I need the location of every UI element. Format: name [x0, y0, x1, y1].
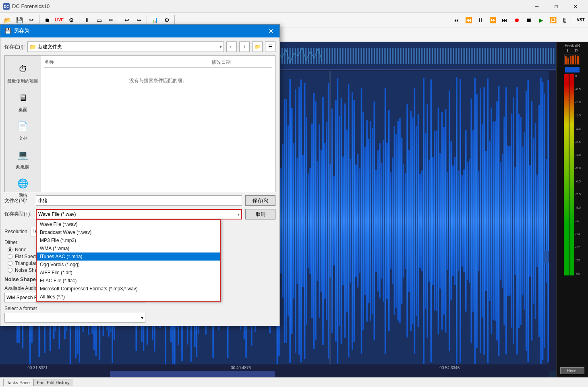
- status-bar: Tasks Pane Fast Edit History: [0, 377, 588, 387]
- meter-scale: 0 -0.5 -1.0 -1.5 -2.5 -3.5 -4.0 -5.0 -6.…: [575, 74, 581, 275]
- vst-btn[interactable]: VST: [575, 14, 586, 26]
- playhead: [329, 71, 331, 364]
- h-scroll-thumb[interactable]: [110, 371, 275, 377]
- minimize-button[interactable]: ─: [528, 0, 546, 13]
- reset-area: Reset: [560, 367, 584, 376]
- dropdown-item-all[interactable]: All files (*.*): [37, 293, 220, 301]
- folder-icon: 📁: [29, 43, 36, 50]
- desktop-icon: 🖥: [16, 91, 30, 105]
- skip-end-btn[interactable]: ⏭: [499, 14, 510, 26]
- dither-none-radio[interactable]: [8, 247, 12, 252]
- svg-rect-6: [567, 58, 569, 64]
- svg-rect-10: [577, 56, 579, 64]
- filetype-value: Wave File (*.wav): [38, 211, 76, 217]
- column-name-header[interactable]: 名称: [44, 59, 211, 66]
- tasks-pane-tab[interactable]: Tasks Pane: [3, 379, 33, 386]
- column-date-header[interactable]: 修改日期: [211, 59, 272, 66]
- nav-back-button[interactable]: ←: [226, 41, 237, 52]
- format-arrow-icon: ▾: [141, 315, 143, 321]
- dropdown-item-wav[interactable]: Wave File (*.wav): [37, 220, 220, 228]
- sidebar-computer[interactable]: 💻 此电脑: [5, 145, 41, 173]
- cancel-button[interactable]: 取消: [245, 209, 275, 219]
- status-tabs: Tasks Pane Fast Edit History: [3, 379, 73, 386]
- dither-triangular-radio[interactable]: [8, 261, 12, 266]
- dialog-close-button[interactable]: ✕: [266, 26, 275, 36]
- rec-btn[interactable]: ⏺: [511, 14, 522, 26]
- skip-start-btn[interactable]: ⏮: [451, 14, 462, 26]
- filetype-dropdown[interactable]: Wave File (*.wav) Broadcast Wave (*.wav)…: [36, 219, 221, 302]
- sidebar-documents[interactable]: 📄 文档: [5, 116, 41, 145]
- dialog-title: 另存为: [14, 27, 29, 35]
- location-text: 新建文件夹: [38, 43, 218, 50]
- fast-edit-tab[interactable]: Fast Edit History: [33, 379, 73, 386]
- maximize-button[interactable]: □: [547, 0, 565, 13]
- dropdown-item-flac[interactable]: FLAC File (*.flac): [37, 277, 220, 285]
- location-combo[interactable]: 📁 新建文件夹 ▾: [27, 41, 224, 52]
- h-scrollbar[interactable]: [0, 371, 549, 377]
- dialog-body: 保存在(I): 📁 新建文件夹 ▾ ← ↑ 📁 ☰ ⏱ 最近使用的项目: [0, 37, 280, 224]
- r-label: R: [574, 49, 579, 53]
- dropdown-item-mp3[interactable]: MP3 File (*.mp3): [37, 236, 220, 244]
- no-items-message: 没有与搜索条件匹配的项。: [44, 69, 272, 84]
- format-label: Select a format: [4, 306, 275, 311]
- nav-view-button[interactable]: ☰: [265, 41, 275, 52]
- dropdown-item-ms[interactable]: Microsoft Compressed Formats (*.mp3,*.wa…: [37, 285, 220, 293]
- documents-icon: 📄: [16, 119, 30, 134]
- dialog-icon: 💾: [4, 28, 11, 34]
- timestamp-1: 00:31.5321: [27, 366, 48, 370]
- title-bar: DC DC Forensics10 ─ □ ✕: [0, 0, 588, 13]
- filetype-arrow-icon: ▾: [238, 212, 240, 217]
- sidebar-computer-label: 此电脑: [16, 164, 29, 170]
- dialog-title-area: 💾 另存为: [4, 27, 29, 35]
- location-bar: 保存在(I): 📁 新建文件夹 ▾ ← ↑ 📁 ☰: [4, 41, 275, 52]
- sidebar-docs-label: 文档: [19, 135, 27, 141]
- meter-display: 0 -0.5 -1.0 -1.5 -2.5 -3.5 -4.0 -5.0 -6.…: [564, 74, 581, 275]
- reset-button[interactable]: Reset: [560, 367, 584, 374]
- window-controls: ─ □ ✕: [528, 0, 585, 13]
- nav-up-button[interactable]: ↑: [239, 41, 250, 52]
- nav-new-folder-button[interactable]: 📁: [252, 41, 263, 52]
- sidebar-desktop[interactable]: 🖥 桌面: [5, 87, 41, 116]
- dialog-content: ⏱ 最近使用的项目 🖥 桌面 📄 文档 💻 此电脑: [4, 55, 275, 192]
- stop-btn[interactable]: ⏹: [523, 14, 534, 26]
- dither-none-label: None: [15, 247, 27, 252]
- rewind-btn[interactable]: ⏪: [463, 14, 474, 26]
- timestamp-3: 00:54.3346: [439, 366, 460, 370]
- filename-row: 文件名(N): 保存(S): [4, 195, 275, 206]
- app-title: DC Forensics10: [12, 3, 528, 9]
- computer-icon: 💻: [16, 148, 30, 162]
- filename-input[interactable]: [36, 195, 242, 206]
- dropdown-item-aiff[interactable]: AIFF File (*.aif): [37, 269, 220, 277]
- recent-icon: ⏱: [16, 62, 30, 77]
- fast-fwd-btn[interactable]: ⏩: [487, 14, 498, 26]
- app-icon: DC: [3, 3, 10, 10]
- peak-title: Peak dB: [565, 43, 580, 48]
- save-as-dialog: 💾 另存为 ✕ 保存在(I): 📁 新建文件夹 ▾ ← ↑ 📁 ☰: [0, 24, 280, 326]
- peak-lr-labels: L R: [565, 49, 579, 53]
- dropdown-item-aac[interactable]: iTunes AAC (*.m4a): [37, 252, 220, 261]
- l-label: L: [565, 49, 571, 53]
- timestamp-2: 00:40.4876: [231, 366, 251, 370]
- save-button[interactable]: 保存(S): [245, 195, 275, 206]
- v-scroll-thumb2[interactable]: [543, 251, 549, 263]
- dropdown-item-bwav[interactable]: Broadcast Wave (*.wav): [37, 228, 220, 236]
- play-loop-btn[interactable]: 🔁: [547, 14, 559, 26]
- peak-meter: Peak dB L R: [556, 42, 588, 377]
- filetype-label: 保存类型(T):: [4, 209, 33, 217]
- filetype-combo[interactable]: Wave File (*.wav) ▾: [36, 209, 242, 219]
- pause-btn[interactable]: ⏸: [475, 14, 486, 26]
- format-combo[interactable]: ▾: [4, 313, 145, 323]
- dialog-sidebar: ⏱ 最近使用的项目 🖥 桌面 📄 文档 💻 此电脑: [5, 56, 41, 192]
- peak-icon: [564, 54, 580, 65]
- svg-rect-9: [575, 55, 576, 64]
- mix-btn[interactable]: 🎛: [559, 14, 571, 26]
- close-button[interactable]: ✕: [566, 0, 585, 13]
- dropdown-item-wma[interactable]: WMA (*.wma): [37, 244, 220, 252]
- dither-flat-radio[interactable]: [8, 254, 12, 259]
- dither-noise-shape-radio[interactable]: [8, 268, 12, 273]
- play-btn[interactable]: ▶: [535, 14, 547, 26]
- peak-indicator: [565, 67, 580, 72]
- v-scrollbar[interactable]: [549, 71, 556, 371]
- dropdown-item-ogg[interactable]: Ogg Vorbis (*.ogg): [37, 261, 220, 269]
- sidebar-recent[interactable]: ⏱ 最近使用的项目: [5, 59, 41, 87]
